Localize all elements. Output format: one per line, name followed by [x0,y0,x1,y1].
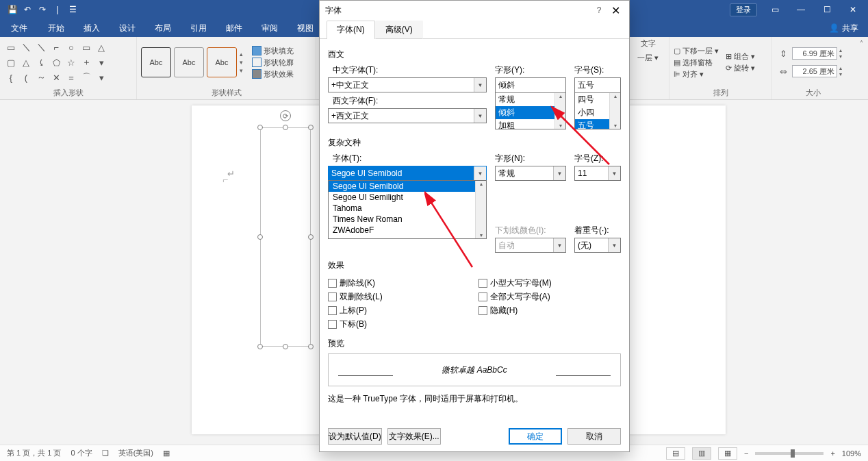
macro-icon[interactable]: ▦ [163,449,170,458]
chevron-down-icon[interactable]: ▼ [608,238,620,252]
send-backward-button[interactable]: ▢ 下移一层 ▾ [674,46,719,56]
zoom-in-icon[interactable]: + [830,449,834,458]
scroll-up-icon[interactable]: ▴ [614,93,617,99]
save-icon[interactable]: 💾 [5,3,19,16]
scroll-down-icon[interactable]: ▾ [480,232,483,238]
print-layout-icon[interactable]: ▥ [692,447,711,460]
checkbox-hidden[interactable]: 隐藏(H) [478,305,552,316]
chevron-down-icon[interactable]: ▼ [553,166,565,180]
height-input[interactable]: 6.99 厘米 [792,47,837,60]
selection-pane-button[interactable]: ▤ 选择窗格 [674,58,719,68]
shape-outline-button[interactable]: 形状轮廓 [252,58,294,68]
tab-review[interactable]: 审阅 [252,19,288,37]
shape-eq-icon[interactable]: = [64,71,78,84]
spell-check-icon[interactable]: ❏ [102,449,109,458]
complex-size-combo[interactable]: 11▼ [574,166,621,181]
resize-handle[interactable] [283,125,288,130]
web-layout-icon[interactable]: ▦ [718,447,737,460]
undo-icon[interactable]: ↶ [21,3,34,16]
shape-line-icon[interactable]: ＼ [19,40,33,54]
checkbox-superscript[interactable]: 上标(P) [328,305,383,316]
shape-brace-icon[interactable]: { [4,71,18,84]
shape-oval-icon[interactable]: ○ [64,40,78,54]
shape-gallery[interactable]: ▭＼＼⌐○▭△ ▢△⤹⬠☆＋▾ {(～✕=⌒▾ [4,40,108,84]
font-size-input[interactable]: 五号 [574,77,621,92]
shape-mult-icon[interactable]: ✕ [49,71,63,84]
shape-star-icon[interactable]: ☆ [64,55,78,69]
align-button[interactable]: ⊫ 对齐 ▾ [674,69,719,79]
complex-style-combo[interactable]: 常规▼ [495,166,566,181]
scroll-up-icon[interactable]: ▴ [480,181,483,187]
chevron-down-icon[interactable]: ▼ [608,166,620,180]
shape-tri-icon[interactable]: △ [19,55,33,69]
help-icon[interactable]: ? [591,5,607,15]
share-button[interactable]: 👤 共享 [819,19,868,37]
resize-handle[interactable] [257,125,263,130]
list-item[interactable]: ZWAdobeF [329,225,486,236]
shape-poly-icon[interactable]: ⬠ [49,55,63,69]
chevron-down-icon[interactable]: ▼ [474,78,486,92]
close-icon[interactable]: ✕ [607,4,624,17]
list-item[interactable]: Segoe UI Semilight [329,192,486,203]
resize-handle[interactable] [308,344,314,349]
resize-handle[interactable] [308,125,314,130]
shape-arrow-icon[interactable]: △ [94,40,108,54]
checkbox-allcaps[interactable]: 全部大写字母(A) [478,291,552,303]
spin-down-icon[interactable]: ▾ [839,53,842,60]
list-item[interactable]: Times New Roman [329,214,486,225]
complex-font-dropdown[interactable]: Segoe UI Semibold Segoe UI Semilight Tah… [328,180,487,239]
shape-roundrect-icon[interactable]: ▢ [4,55,18,69]
spin-down-icon[interactable]: ▾ [839,71,842,77]
close-icon[interactable]: ✕ [841,0,865,19]
style-swatch-2[interactable]: Abc [174,47,204,77]
selected-shape[interactable]: ⟳ [260,127,311,347]
shape-more-icon[interactable]: ▾ [94,55,108,69]
style-swatch-1[interactable]: Abc [141,47,171,77]
ribbon-options-icon[interactable]: ▭ [763,0,787,19]
spin-up-icon[interactable]: ▴ [839,47,842,53]
tab-layout[interactable]: 布局 [145,19,181,37]
font-style-listbox[interactable]: 常规 倾斜 加粗 ▴▾ [495,92,566,129]
shape-rect-icon[interactable]: ▭ [79,40,93,54]
font-style-input[interactable]: 倾斜 [495,77,566,92]
read-mode-icon[interactable]: ▤ [666,447,685,460]
style-swatch-3[interactable]: Abc [207,47,237,77]
checkbox-subscript[interactable]: 下标(B) [328,319,383,330]
shape-arc-icon[interactable]: ⌒ [79,71,93,84]
width-input[interactable]: 2.65 厘米 [792,65,837,77]
zoom-slider-thumb[interactable] [791,449,795,458]
checkbox-strike[interactable]: 删除线(K) [328,277,383,289]
page-status[interactable]: 第 1 页，共 1 页 [7,448,61,458]
shape-paren-icon[interactable]: ( [19,71,33,84]
chevron-down-icon[interactable]: ▼ [474,109,486,123]
set-default-button[interactable]: 设为默认值(D) [328,428,382,445]
shape-more2-icon[interactable]: ▾ [94,71,108,84]
tab-view[interactable]: 视图 [288,19,323,37]
zoom-slider[interactable] [755,452,824,455]
chevron-down-icon[interactable]: ▼ [474,166,486,180]
shape-fill-button[interactable]: 形状填充 [252,46,294,56]
cancel-button[interactable]: 取消 [567,428,621,445]
resize-handle[interactable] [283,344,288,349]
shape-wave-icon[interactable]: ～ [34,71,48,84]
gallery-up-icon[interactable]: ▴ [240,51,249,58]
collapse-ribbon-icon[interactable]: ˄ [854,37,868,99]
zoom-out-icon[interactable]: − [744,449,748,458]
resize-handle[interactable] [308,234,314,240]
shape-textbox-icon[interactable]: ▭ [4,40,18,54]
checkbox-dstrike[interactable]: 双删除线(L) [328,291,383,303]
touch-mode-icon[interactable]: ☰ [66,3,79,16]
resize-handle[interactable] [257,344,263,349]
language-status[interactable]: 英语(美国) [118,448,153,458]
maximize-icon[interactable]: ☐ [815,0,839,19]
complex-font-combo[interactable]: Segoe UI Semibold▼ [328,166,487,181]
redo-icon[interactable]: ↷ [36,3,49,16]
scroll-down-icon[interactable]: ▾ [614,123,617,129]
checkbox-smallcaps[interactable]: 小型大写字母(M) [478,277,552,289]
shape-connector-icon[interactable]: ⌐ [49,40,63,54]
font-size-listbox[interactable]: 四号 小四 五号 ▴▾ [574,92,621,129]
emphasis-combo[interactable]: (无)▼ [574,238,621,253]
ok-button[interactable]: 确定 [509,428,562,445]
tab-advanced[interactable]: 高级(V) [375,21,423,39]
spin-up-icon[interactable]: ▴ [839,65,842,71]
